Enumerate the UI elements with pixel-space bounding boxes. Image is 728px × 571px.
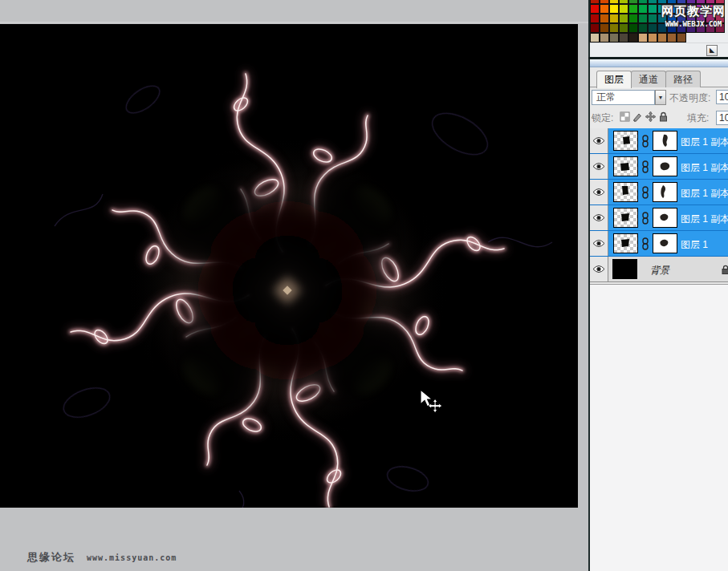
color-swatch[interactable] [619,14,628,23]
color-swatch[interactable] [638,4,648,14]
visibility-toggle[interactable] [590,231,608,256]
color-swatch[interactable] [600,33,609,43]
layer-thumbnail[interactable] [613,208,638,228]
visibility-toggle[interactable] [590,257,608,281]
eye-icon [592,213,605,222]
color-swatch[interactable] [677,33,686,43]
color-swatch[interactable] [667,4,677,14]
opacity-label: 不透明度: [669,91,710,105]
color-swatch[interactable] [706,14,715,23]
link-icon [641,212,649,225]
thumbnail-preview [614,209,637,227]
color-swatch[interactable] [590,23,600,33]
lock-all-padlock-button[interactable] [657,111,669,123]
color-swatch[interactable] [590,33,600,43]
color-swatch[interactable] [609,33,619,43]
opacity-input[interactable]: 100 [716,90,728,104]
fill-input[interactable]: 100 [716,111,728,125]
layer-name[interactable]: 背景 [650,264,669,277]
layer-row[interactable]: 图层 1 副本 [590,180,728,205]
color-swatch[interactable] [677,14,686,23]
color-swatch[interactable] [706,4,715,14]
color-swatch[interactable] [648,23,657,33]
layer-row[interactable]: 图层 1 副本 [590,205,728,231]
color-swatch[interactable] [619,23,628,33]
layer-row[interactable]: 图层 1 副本 [590,128,728,154]
layer-name[interactable]: 图层 1 副本 [681,161,728,175]
color-swatch[interactable] [677,4,686,14]
color-swatch[interactable] [657,33,667,43]
eye-icon [592,188,605,196]
layers-panel-titlebar[interactable] [590,59,728,67]
layer-row[interactable]: 图层 1 [590,231,728,257]
color-swatch[interactable] [667,33,677,43]
color-swatch[interactable] [657,4,667,14]
color-swatch[interactable] [619,4,628,14]
color-swatch[interactable] [638,14,648,23]
color-swatch[interactable] [590,4,600,14]
layer-mask-thumbnail[interactable] [653,131,677,151]
layer-name[interactable]: 图层 1 副本 [681,136,728,149]
color-swatch[interactable] [609,14,619,23]
blend-mode-dropdown-button[interactable]: ▼ [655,90,666,105]
blend-mode-select[interactable]: 正常 [592,90,655,105]
color-swatch[interactable] [648,4,657,14]
color-swatch[interactable] [657,14,667,23]
color-swatch[interactable] [628,33,638,43]
color-swatch[interactable] [686,14,696,23]
layer-thumbnail[interactable] [612,259,637,279]
color-swatch[interactable] [600,14,609,23]
visibility-toggle[interactable] [590,205,608,230]
color-swatch[interactable] [609,23,619,33]
color-swatch[interactable] [667,14,677,23]
color-swatch[interactable] [696,14,706,23]
layer-mask-thumbnail[interactable] [653,233,677,253]
color-swatch[interactable] [677,23,686,33]
layer-row[interactable]: 图层 1 副本 [590,154,728,180]
color-swatch[interactable] [648,14,657,23]
layer-thumbnail[interactable] [613,233,638,253]
lock-transparency-button[interactable] [619,111,631,123]
color-swatch[interactable] [715,23,725,33]
color-swatch[interactable] [648,33,657,43]
layer-row-background[interactable]: 背景 [590,257,728,282]
lock-pixels-brush-button[interactable] [632,111,644,123]
color-swatch[interactable] [686,23,696,33]
layer-mask-thumbnail[interactable] [653,182,677,202]
layer-thumbnail[interactable] [613,182,638,202]
visibility-toggle[interactable] [590,154,608,179]
tab-layers[interactable]: 图层 [596,71,632,88]
color-swatch[interactable] [715,14,725,23]
layer-thumbnail[interactable] [613,156,638,176]
lock-position-move-button[interactable] [645,111,657,123]
canvas-area[interactable] [0,24,578,508]
color-swatch[interactable] [609,4,619,14]
color-swatch[interactable] [600,4,609,14]
layer-thumbnail[interactable] [613,131,638,151]
tab-channels[interactable]: 通道 [631,71,666,87]
layer-mask-thumbnail[interactable] [653,208,677,228]
layer-name[interactable]: 图层 1 [681,238,708,252]
color-swatch[interactable] [706,23,715,33]
color-swatch[interactable] [628,14,638,23]
color-swatch[interactable] [696,23,706,33]
color-swatch[interactable] [638,23,648,33]
color-swatch[interactable] [619,33,628,43]
color-swatch[interactable] [667,23,677,33]
color-swatch[interactable] [638,33,648,43]
color-swatch[interactable] [657,23,667,33]
layer-name[interactable]: 图层 1 副本 [681,187,728,200]
visibility-toggle[interactable] [590,180,608,205]
color-swatch[interactable] [600,23,609,33]
visibility-toggle[interactable] [590,128,608,153]
color-swatch[interactable] [696,4,706,14]
color-swatch[interactable] [715,4,725,14]
color-swatch[interactable] [686,4,696,14]
panel-menu-button[interactable]: ◣ [706,45,718,56]
layer-name[interactable]: 图层 1 副本 [681,213,728,226]
color-swatch[interactable] [590,14,600,23]
color-swatch[interactable] [628,4,638,14]
tab-paths[interactable]: 路径 [665,71,701,87]
layer-mask-thumbnail[interactable] [653,156,677,176]
color-swatch[interactable] [628,23,638,33]
